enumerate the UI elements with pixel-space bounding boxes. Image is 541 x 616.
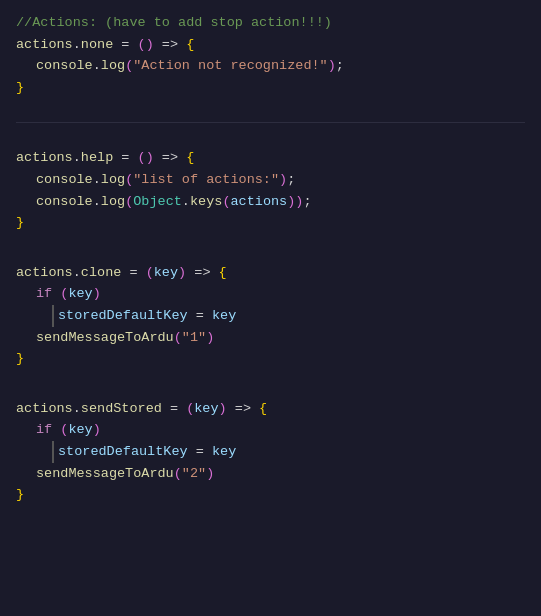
code-editor: //Actions: (have to add stop action!!!) … — [0, 0, 541, 616]
line-3: } — [16, 77, 525, 99]
spacer-3 — [16, 234, 525, 248]
line-comment: //Actions: (have to add stop action!!!) — [16, 12, 525, 34]
line-13: actions.sendStored = (key) => { — [16, 398, 525, 420]
divider-1 — [16, 122, 525, 123]
line-9: if (key) — [16, 283, 525, 305]
line-1: actions.none = () => { — [16, 34, 525, 56]
spacer-4 — [16, 248, 525, 262]
line-4: actions.help = () => { — [16, 147, 525, 169]
line-16: sendMessageToArdu("2") — [16, 463, 525, 485]
line-14: if (key) — [16, 419, 525, 441]
line-2: console.log("Action not recognized!"); — [16, 55, 525, 77]
line-17: } — [16, 484, 525, 506]
spacer-5 — [16, 370, 525, 384]
line-10: storedDefaultKey = key — [16, 305, 525, 327]
code-block: //Actions: (have to add stop action!!!) … — [0, 12, 541, 506]
line-7: } — [16, 212, 525, 234]
line-12: } — [16, 348, 525, 370]
spacer-6 — [16, 384, 525, 398]
line-11: sendMessageToArdu("1") — [16, 327, 525, 349]
spacer-2 — [16, 133, 525, 147]
line-5: console.log("list of actions:"); — [16, 169, 525, 191]
line-8: actions.clone = (key) => { — [16, 262, 525, 284]
line-6: console.log(Object.keys(actions)); — [16, 191, 525, 213]
spacer-1 — [16, 98, 525, 112]
line-15: storedDefaultKey = key — [16, 441, 525, 463]
